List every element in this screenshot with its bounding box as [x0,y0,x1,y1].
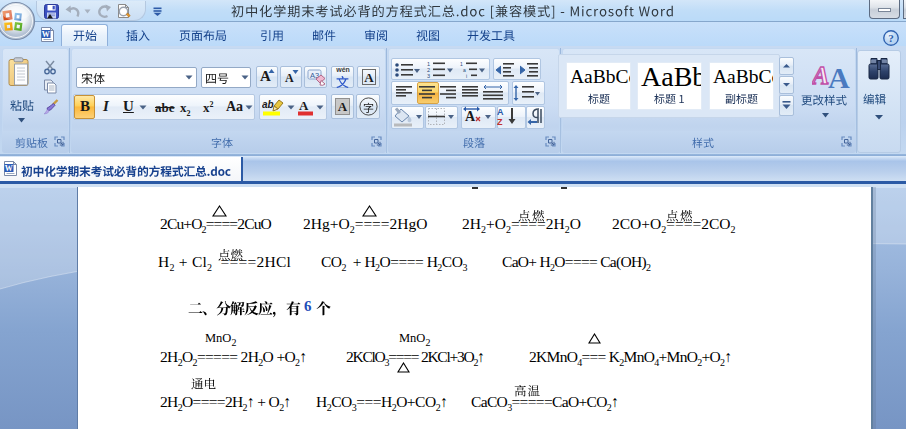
svg-text:A: A [812,61,829,90]
svg-text:ab: ab [262,99,274,110]
svg-text:A: A [828,61,850,90]
svg-text:3: 3 [427,73,430,79]
svg-text:W: W [42,30,50,39]
svg-text:W: W [5,164,13,173]
svg-text:A: A [299,98,309,113]
svg-text:Z: Z [497,117,503,127]
svg-text:i: i [466,73,467,79]
svg-text:A: A [465,109,476,124]
svg-text:A: A [497,107,504,117]
svg-text:?: ? [888,32,894,44]
